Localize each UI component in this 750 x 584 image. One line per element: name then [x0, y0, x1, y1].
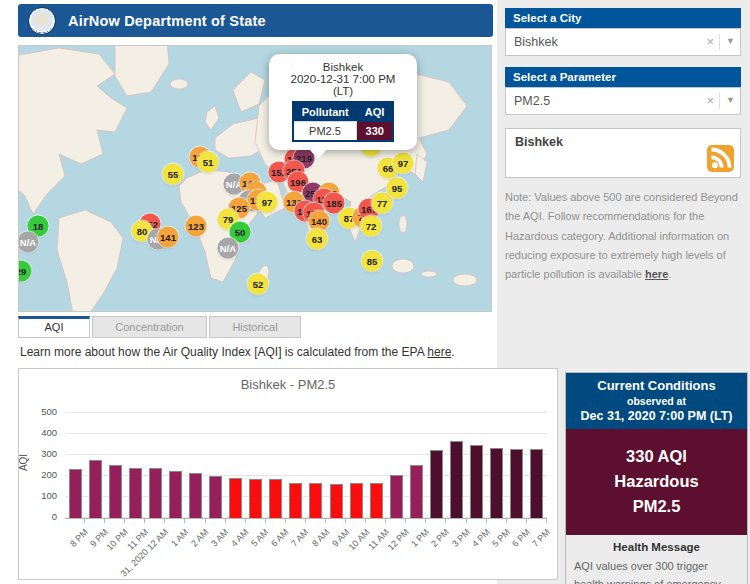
bar-cell — [246, 413, 266, 518]
aqi-marker[interactable]: 29 — [18, 261, 32, 282]
learn-more-prefix: Learn more about how the Air Quality Ind… — [20, 345, 427, 359]
city-select-dropdown[interactable]: Bishkek × ▼ — [505, 28, 741, 56]
current-conditions-header: Current Conditions observed at Dec 31, 2… — [566, 373, 747, 429]
cc-health-text: AQI values over 300 trigger health warni… — [574, 558, 739, 584]
parameter-select-header: Select a Parameter — [505, 67, 741, 87]
aqi-bar[interactable] — [189, 473, 202, 518]
x-cell: 4 PM — [467, 519, 487, 575]
view-tabs: AQI Concentration Historical — [18, 316, 303, 338]
x-cell: 1 PM — [406, 519, 426, 575]
aqi-bar[interactable] — [510, 449, 523, 518]
bar-cell — [65, 413, 85, 518]
aqi-bar[interactable] — [289, 483, 302, 518]
aqi-marker[interactable]: N/A — [18, 232, 39, 253]
clear-city-icon[interactable]: × — [706, 29, 714, 55]
cc-title: Current Conditions — [568, 378, 745, 393]
tab-aqi[interactable]: AQI — [18, 316, 90, 338]
aqi-marker[interactable]: 51 — [198, 152, 219, 173]
bar-cell — [286, 413, 306, 518]
aqi-bar[interactable] — [450, 441, 463, 518]
aqi-marker[interactable]: 52 — [248, 274, 269, 295]
aqi-bar[interactable] — [470, 445, 483, 518]
learn-more-link[interactable]: here — [427, 345, 451, 359]
rss-icon[interactable] — [707, 145, 734, 172]
aqi-bar[interactable] — [109, 465, 122, 518]
aqi-marker[interactable]: 141 — [158, 227, 179, 248]
aqi-marker[interactable]: 55 — [163, 164, 184, 185]
aqi-bar[interactable] — [269, 479, 282, 518]
y-tick-label: 400 — [31, 427, 57, 438]
cc-aqi-value: 330 AQI — [566, 444, 747, 469]
bar-cell — [426, 413, 446, 518]
aqi-bar[interactable] — [530, 449, 543, 518]
x-cell: 2 AM — [185, 519, 205, 575]
x-cell: 4 AM — [226, 519, 246, 575]
aqi-marker[interactable]: 123 — [186, 216, 207, 237]
aqi-bar[interactable] — [69, 469, 82, 518]
rss-feed-box: Bishkek — [505, 128, 741, 178]
bar-cell — [105, 413, 125, 518]
popup-col-pollutant: Pollutant — [293, 102, 357, 122]
y-tick-label: 500 — [31, 406, 57, 417]
parameter-select-dropdown[interactable]: PM2.5 × ▼ — [505, 87, 741, 115]
aqi-bar[interactable] — [169, 471, 182, 518]
aqi-marker[interactable]: 72 — [361, 216, 382, 237]
aqi-marker[interactable]: 95 — [387, 178, 408, 199]
chart-x-axis: 8 PM9 PM10 PM11 PM31, 2020 12 AM1 AM2 AM… — [65, 518, 547, 575]
parameter-select-value: PM2.5 — [506, 88, 740, 114]
rss-city-label: Bishkek — [515, 135, 563, 149]
app-title: AirNow Department of State — [68, 13, 266, 29]
aqi-bar[interactable] — [129, 468, 142, 518]
city-select-panel: Select a City Bishkek × ▼ — [505, 8, 741, 56]
aqi-marker[interactable]: N/A — [218, 238, 239, 259]
cc-subtitle: observed at — [568, 395, 745, 407]
aqi-bar[interactable] — [89, 460, 102, 518]
aqi-bar[interactable] — [350, 483, 363, 518]
x-cell: 10 AM — [346, 519, 366, 575]
aqi-bar[interactable] — [229, 478, 242, 518]
bar-cell — [446, 413, 466, 518]
x-cell: 9 PM — [85, 519, 105, 575]
note-suffix: . — [668, 268, 671, 280]
aqi-bar[interactable] — [370, 483, 383, 518]
note-link[interactable]: here — [645, 268, 668, 280]
aqi-marker[interactable]: 85 — [362, 251, 383, 272]
aqi-bar[interactable] — [249, 479, 262, 518]
x-cell: 11 AM — [366, 519, 386, 575]
x-cell: 2 PM — [426, 519, 446, 575]
aqi-bar[interactable] — [430, 450, 443, 518]
app-header: AirNow Department of State — [18, 4, 493, 37]
chevron-down-icon[interactable]: ▼ — [726, 88, 735, 113]
city-select-value: Bishkek — [506, 29, 740, 55]
tab-concentration[interactable]: Concentration — [92, 316, 207, 338]
aqi-bar[interactable] — [390, 475, 403, 518]
aqi-bar[interactable] — [410, 465, 423, 518]
bar-cell — [85, 413, 105, 518]
note-prefix: Note: Values above 500 are considered Be… — [505, 191, 738, 280]
chart-y-axis-label: AQI — [18, 454, 29, 471]
aqi-bar[interactable] — [209, 476, 222, 518]
aqi-bar[interactable] — [149, 468, 162, 518]
x-cell: 1 AM — [165, 519, 185, 575]
clear-parameter-icon[interactable]: × — [706, 88, 714, 114]
aqi-marker[interactable]: 97 — [257, 192, 278, 213]
tab-historical[interactable]: Historical — [209, 316, 301, 338]
world-aqi-map[interactable]: 18N/A291155155N/A146143N/A130971257950N/… — [18, 45, 492, 312]
x-tick-label: 7 PM — [530, 527, 552, 549]
chevron-down-icon[interactable]: ▼ — [726, 29, 735, 54]
city-select-header: Select a City — [505, 8, 741, 28]
chart-plot-area — [65, 413, 547, 518]
aqi-bar[interactable] — [330, 484, 343, 518]
dropdown-divider — [719, 34, 720, 50]
bar-cell — [145, 413, 165, 518]
chart-title: Bishkek - PM2.5 — [19, 377, 557, 392]
y-tick-label: 100 — [31, 490, 57, 501]
aqi-bar[interactable] — [309, 483, 322, 518]
bar-cell — [125, 413, 145, 518]
y-tick-label: 300 — [31, 448, 57, 459]
aqi-marker[interactable]: 97 — [393, 153, 414, 174]
aqi-bar[interactable] — [490, 448, 503, 518]
aqi-marker[interactable]: 63 — [307, 229, 328, 250]
bar-cell — [266, 413, 286, 518]
bar-cell — [206, 413, 226, 518]
